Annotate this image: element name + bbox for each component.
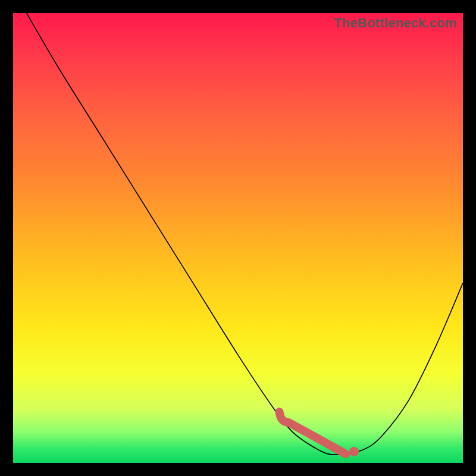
bottleneck-curve-svg bbox=[13, 13, 463, 463]
chart-plot-area: TheBottleneck.com bbox=[13, 13, 463, 463]
optimal-range-highlight bbox=[280, 412, 346, 454]
optimal-point-marker bbox=[349, 447, 359, 456]
curve-line bbox=[27, 13, 463, 455]
